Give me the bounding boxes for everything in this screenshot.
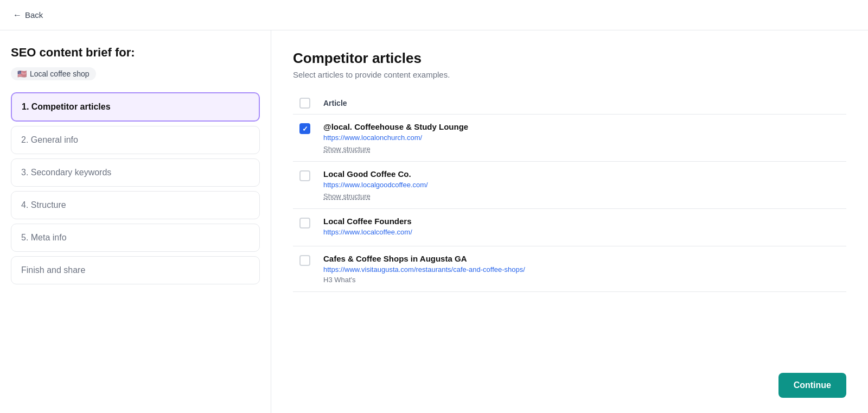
section-title: Competitor articles (293, 50, 846, 67)
article-checkbox-4[interactable] (299, 255, 310, 266)
articles-tbody: ✓@local. Coffeehouse & Study Loungehttps… (293, 115, 846, 292)
article-name: Cafes & Coffee Shops in Augusta GA (323, 254, 840, 263)
sidebar-step-3[interactable]: 3. Secondary keywords (11, 158, 260, 187)
top-bar: ← Back (0, 0, 868, 30)
sidebar-title: SEO content brief for: (11, 46, 260, 60)
back-button[interactable]: ← Back (13, 10, 43, 20)
sidebar-step-4[interactable]: 4. Structure (11, 191, 260, 219)
sidebar-step-6[interactable]: Finish and share (11, 256, 260, 284)
table-row: ✓@local. Coffeehouse & Study Loungehttps… (293, 115, 846, 162)
articles-table: Article ✓@local. Coffeehouse & Study Lou… (293, 92, 846, 292)
sidebar-step-1[interactable]: 1. Competitor articles (11, 92, 260, 122)
topic-flag: 🇺🇸 (17, 69, 27, 78)
back-arrow-icon: ← (13, 10, 22, 20)
checkbox-header-cell (293, 92, 317, 115)
article-link[interactable]: https://www.localonchurch.com/ (323, 134, 840, 142)
show-structure-button[interactable]: Show structure (323, 145, 371, 153)
sidebar-step-5[interactable]: 5. Meta info (11, 224, 260, 252)
main-content: Competitor articles Select articles to p… (271, 30, 868, 413)
article-checkbox-3[interactable] (299, 218, 310, 228)
back-label: Back (25, 10, 43, 20)
article-checkbox-1[interactable]: ✓ (299, 123, 310, 134)
table-row: Local Coffee Foundershttps://www.localco… (293, 209, 846, 246)
article-link[interactable]: https://www.localgoodcoffee.com/ (323, 181, 840, 189)
article-checkbox-2[interactable] (299, 170, 310, 181)
header-checkbox[interactable] (299, 98, 310, 109)
table-row: Cafes & Coffee Shops in Augusta GAhttps:… (293, 246, 846, 292)
article-name: Local Coffee Founders (323, 217, 840, 226)
show-structure-button[interactable]: Show structure (323, 192, 371, 200)
sidebar: SEO content brief for: 🇺🇸 Local coffee s… (0, 30, 271, 413)
article-link[interactable]: https://www.visitaugusta.com/restaurants… (323, 265, 840, 274)
sidebar-step-2[interactable]: 2. General info (11, 126, 260, 154)
article-name: @local. Coffeehouse & Study Lounge (323, 122, 840, 131)
topic-badge: 🇺🇸 Local coffee shop (11, 67, 96, 80)
article-column-header: Article (317, 92, 846, 115)
layout: SEO content brief for: 🇺🇸 Local coffee s… (0, 30, 868, 413)
topic-name: Local coffee shop (30, 69, 90, 78)
article-link[interactable]: https://www.localcoffee.com/ (323, 228, 840, 236)
steps-list: 1. Competitor articles2. General info3. … (11, 92, 260, 284)
section-subtitle: Select articles to provide content examp… (293, 70, 846, 79)
continue-button[interactable]: Continue (778, 373, 846, 398)
article-name: Local Good Coffee Co. (323, 169, 840, 179)
table-row: Local Good Coffee Co.https://www.localgo… (293, 162, 846, 209)
article-extra: H3 What's (323, 276, 840, 284)
